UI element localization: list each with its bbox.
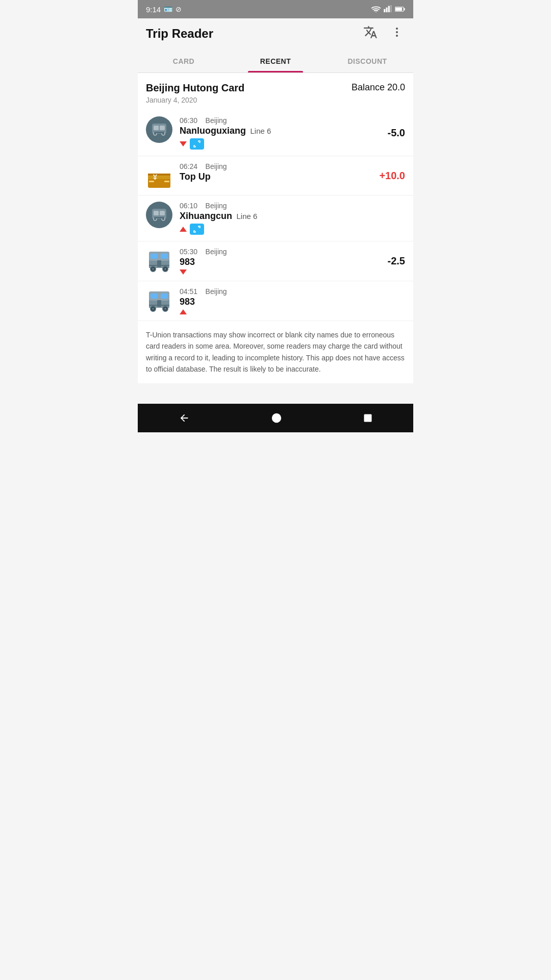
bus-icon — [146, 248, 172, 274]
tx-amount: +10.0 — [379, 170, 405, 182]
list-item[interactable]: 05:30 Beijing 983 -2.5 — [138, 241, 413, 281]
svg-rect-33 — [161, 254, 168, 259]
svg-point-52 — [272, 413, 281, 422]
tx-tags — [180, 224, 398, 235]
tx-time-city: 06:24 Beijing — [180, 162, 372, 170]
up-arrow-icon — [180, 309, 187, 314]
transfer-icon — [190, 224, 204, 235]
wallet-icon: ¥ — [146, 162, 172, 189]
translate-icon — [363, 25, 378, 42]
subway-icon — [146, 116, 172, 143]
app-bar-actions — [361, 23, 405, 44]
card-date: January 4, 2020 — [138, 96, 413, 110]
svg-rect-16 — [154, 132, 164, 133]
tx-body: 06:24 Beijing Top Up — [180, 162, 372, 182]
tx-time-city: 06:10 Beijing — [180, 202, 398, 210]
transaction-list: 06:30 Beijing Nanluoguxiang Line 6 — [138, 110, 413, 321]
up-arrow-icon — [180, 227, 187, 232]
list-item[interactable]: ¥ 06:24 Beijing Top Up +10.0 — [138, 156, 413, 195]
tx-body: 06:30 Beijing Nanluoguxiang Line 6 — [180, 116, 381, 150]
tab-discount[interactable]: DISCOUNT — [321, 49, 413, 72]
more-vert-icon — [391, 26, 403, 41]
tx-time-city: 04:51 Beijing — [180, 287, 398, 296]
wifi-icon — [371, 5, 381, 14]
app-bar: Trip Reader — [138, 18, 413, 49]
card-balance: Balance 20.0 — [352, 82, 405, 93]
status-bar: 9:14 🪪 ⊘ — [138, 0, 413, 18]
app-title: Trip Reader — [146, 27, 213, 41]
svg-rect-25 — [154, 211, 159, 215]
svg-rect-1 — [384, 9, 385, 12]
recents-button[interactable] — [351, 409, 385, 427]
circle-icon: ⊘ — [176, 5, 182, 13]
svg-point-10 — [396, 35, 398, 37]
tx-name-line: 983 — [180, 297, 398, 307]
svg-rect-32 — [151, 254, 158, 259]
svg-rect-4 — [390, 5, 392, 12]
subway-icon — [146, 202, 172, 228]
down-arrow-icon — [180, 270, 187, 275]
tx-tags — [180, 309, 398, 314]
svg-rect-23 — [164, 181, 169, 182]
svg-point-50 — [164, 308, 166, 310]
tx-name-line: Xihuangcun Line 6 — [180, 211, 398, 222]
card-header: Beijing Hutong Card Balance 20.0 — [138, 73, 413, 96]
svg-rect-19 — [148, 174, 170, 176]
tx-time-city: 05:30 Beijing — [180, 248, 381, 256]
svg-rect-44 — [161, 293, 168, 299]
svg-rect-3 — [388, 6, 390, 12]
svg-rect-43 — [151, 293, 158, 299]
svg-point-8 — [396, 28, 398, 30]
tx-time-city: 06:30 Beijing — [180, 116, 381, 125]
battery-icon — [395, 5, 405, 14]
status-time: 9:14 — [146, 5, 161, 14]
svg-rect-29 — [154, 217, 164, 218]
card-name: Beijing Hutong Card — [146, 82, 244, 94]
svg-point-39 — [164, 268, 166, 270]
list-item[interactable]: 06:30 Beijing Nanluoguxiang Line 6 — [138, 110, 413, 156]
tx-name-line: 983 — [180, 257, 381, 267]
transfer-icon — [190, 138, 204, 150]
svg-point-9 — [396, 31, 398, 33]
disclaimer: T-Union transactions may show incorrect … — [138, 321, 413, 383]
more-button[interactable] — [389, 24, 405, 43]
svg-rect-26 — [160, 211, 165, 215]
tx-tags — [180, 138, 381, 150]
tabs: CARD RECENT DISCOUNT — [138, 49, 413, 73]
list-item[interactable]: 06:10 Beijing Xihuangcun Line 6 — [138, 195, 413, 241]
tx-body: 06:10 Beijing Xihuangcun Line 6 — [180, 202, 398, 235]
tx-name-line: Nanluoguxiang Line 6 — [180, 126, 381, 136]
tx-amount: -5.0 — [388, 127, 405, 139]
status-left: 9:14 🪪 ⊘ — [146, 5, 182, 14]
signal-icon — [384, 5, 392, 14]
svg-point-49 — [152, 308, 154, 310]
bus-icon — [146, 287, 172, 314]
tab-card[interactable]: CARD — [138, 49, 230, 72]
home-button[interactable] — [259, 408, 294, 428]
svg-rect-6 — [395, 7, 402, 10]
svg-rect-40 — [157, 260, 161, 267]
svg-rect-21 — [148, 177, 170, 178]
tab-recent[interactable]: RECENT — [230, 49, 321, 72]
svg-rect-12 — [154, 126, 159, 130]
svg-rect-22 — [149, 181, 154, 182]
svg-rect-53 — [364, 414, 372, 422]
translate-button[interactable] — [361, 23, 380, 44]
back-button[interactable] — [166, 408, 202, 428]
nav-bar — [138, 404, 413, 432]
tx-name-line: Top Up — [180, 172, 372, 182]
status-right — [371, 5, 405, 14]
svg-rect-7 — [404, 8, 405, 10]
list-item[interactable]: 04:51 Beijing 983 — [138, 281, 413, 321]
svg-point-38 — [152, 268, 154, 270]
sim-card-icon: 🪪 — [164, 5, 172, 13]
content: Beijing Hutong Card Balance 20.0 January… — [138, 73, 413, 383]
tx-tags — [180, 270, 381, 275]
down-arrow-icon — [180, 141, 187, 146]
svg-rect-51 — [157, 300, 161, 307]
tx-body: 05:30 Beijing 983 — [180, 248, 381, 275]
svg-rect-2 — [386, 7, 388, 12]
tx-body: 04:51 Beijing 983 — [180, 287, 398, 314]
svg-rect-13 — [160, 126, 165, 130]
tx-amount: -2.5 — [388, 255, 405, 267]
